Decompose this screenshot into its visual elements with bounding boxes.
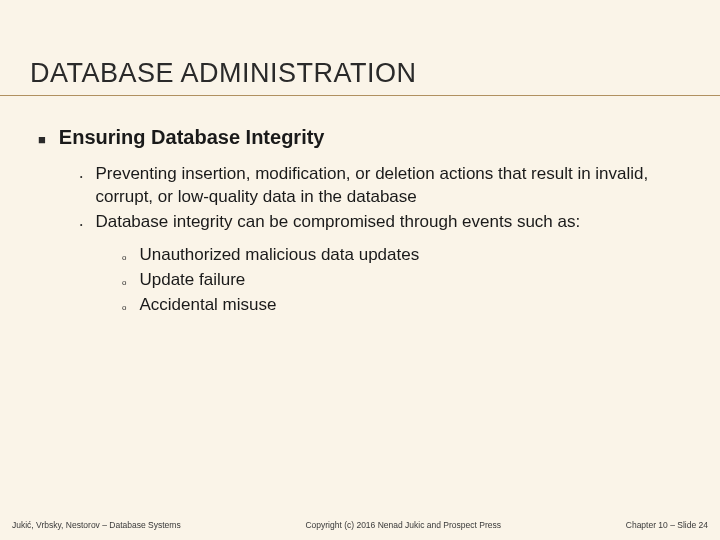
list-item: o Accidental misuse xyxy=(122,294,682,317)
level2-list: • Preventing insertion, modification, or… xyxy=(80,163,682,317)
footer-copyright: Copyright (c) 2016 Nenad Jukic and Prosp… xyxy=(181,520,626,530)
bullet-text: Preventing insertion, modification, or d… xyxy=(95,163,682,209)
circle-bullet-icon: o xyxy=(122,274,126,292)
slide-container: DATABASE ADMINISTRATION ■ Ensuring Datab… xyxy=(0,0,720,540)
title-bar: DATABASE ADMINISTRATION xyxy=(0,0,720,96)
dot-bullet-icon: • xyxy=(80,169,82,186)
dot-bullet-icon: • xyxy=(80,217,82,234)
bullet-text: Database integrity can be compromised th… xyxy=(95,211,580,234)
footer-slide-number: Chapter 10 – Slide 24 xyxy=(626,520,708,530)
circle-bullet-icon: o xyxy=(122,249,126,267)
slide-footer: Jukić, Vrbsky, Nestorov – Database Syste… xyxy=(0,520,720,530)
circle-bullet-icon: o xyxy=(122,299,126,317)
square-bullet-icon: ■ xyxy=(38,131,46,149)
list-item: o Update failure xyxy=(122,269,682,292)
section-heading-item: ■ Ensuring Database Integrity xyxy=(38,124,682,151)
list-item: • Preventing insertion, modification, or… xyxy=(80,163,682,209)
footer-authors: Jukić, Vrbsky, Nestorov – Database Syste… xyxy=(12,520,181,530)
list-item: • Database integrity can be compromised … xyxy=(80,211,682,234)
bullet-text: Unauthorized malicious data updates xyxy=(139,244,419,267)
bullet-text: Update failure xyxy=(139,269,245,292)
level3-list: o Unauthorized malicious data updates o … xyxy=(122,244,682,317)
bullet-text: Accidental misuse xyxy=(139,294,276,317)
list-item: o Unauthorized malicious data updates xyxy=(122,244,682,267)
section-heading: Ensuring Database Integrity xyxy=(59,124,325,151)
slide-content: ■ Ensuring Database Integrity • Preventi… xyxy=(0,96,720,317)
slide-title: DATABASE ADMINISTRATION xyxy=(30,58,690,89)
